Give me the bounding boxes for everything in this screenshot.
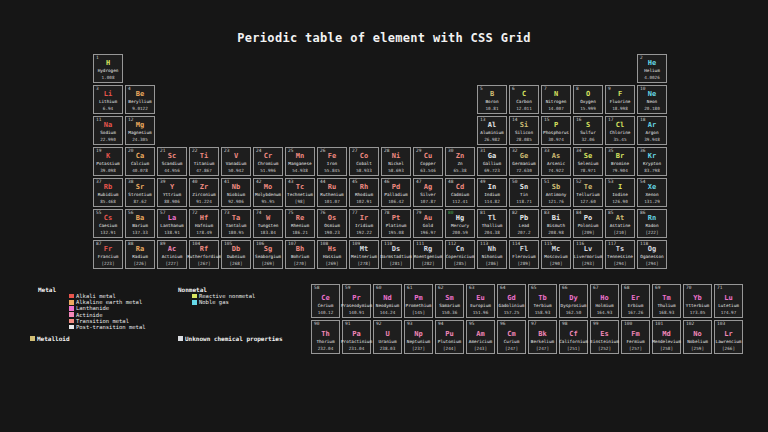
element-symbol: Hf — [200, 215, 208, 222]
element-symbol: Nb — [232, 184, 240, 191]
post-transition-swatch — [69, 325, 74, 330]
atomic-number: 31 — [480, 149, 485, 154]
legend: Metal Alkali metalAlkaline earth metalLa… — [30, 286, 300, 350]
element-symbol: Co — [360, 153, 368, 160]
element-symbol: Pm — [414, 295, 422, 302]
element-s: 16SSulfur32.06 — [573, 116, 603, 145]
element-symbol: Pr — [352, 295, 360, 302]
atomic-mass: 18.998 — [612, 107, 628, 111]
atomic-number: 24 — [256, 149, 261, 154]
atomic-mass: 144.24 — [380, 311, 396, 315]
element-nb: 41NbNiobium92.906 — [221, 178, 251, 207]
element-symbol: V — [234, 153, 238, 160]
element-name: Vanadium — [226, 162, 247, 166]
element-name: Livermorium — [574, 255, 602, 259]
element-sr: 38SrStrontium87.62 — [125, 178, 155, 207]
element-name: Meitnerium — [351, 255, 377, 259]
element-symbol: Mo — [264, 184, 272, 191]
element-sc: 21ScScandium44.956 — [157, 147, 187, 176]
element-pr: 59PrPraseodymium140.91 — [342, 284, 371, 318]
element-md: 101MdMendelevium[258] — [652, 320, 681, 354]
element-name: Nitrogen — [546, 100, 567, 104]
atomic-mass: 180.95 — [228, 231, 244, 235]
element-mg: 12MgMagnesium24.305 — [125, 116, 155, 145]
element-symbol: Ac — [168, 246, 176, 253]
element-symbol: Y — [170, 184, 174, 191]
element-tc: 43TcTechnetium[98] — [285, 178, 315, 207]
atomic-mass: 173.05 — [690, 311, 706, 315]
element-symbol: Rg — [424, 246, 432, 253]
atomic-mass: 238.03 — [380, 347, 396, 351]
atomic-number: 95 — [469, 322, 474, 327]
element-symbol: U — [385, 331, 389, 338]
element-name: Barium — [132, 224, 148, 228]
atomic-number: 46 — [384, 180, 389, 185]
lanthanide-actinide-grid: 58CeCerium140.1259PrPraseodymium140.9160… — [311, 284, 743, 354]
atomic-number: 113 — [480, 242, 488, 247]
atomic-mass: 40.078 — [132, 169, 148, 173]
atomic-mass: 167.26 — [628, 311, 644, 315]
element-name: Berkelium — [531, 340, 554, 344]
element-name: Copernicium — [446, 255, 474, 259]
element-symbol: Ne — [648, 91, 656, 98]
atomic-number: 94 — [438, 322, 443, 327]
atomic-number: 19 — [96, 149, 101, 154]
atomic-number: 67 — [593, 286, 598, 291]
atomic-mass: [247] — [505, 347, 518, 351]
atomic-mass: 151.96 — [473, 311, 489, 315]
element-fl: 114FlFlerovium[289] — [509, 240, 539, 269]
element-symbol: Kr — [648, 153, 656, 160]
element-sb: 51SbAntimony121.76 — [541, 178, 571, 207]
element-name: Xenon — [646, 193, 659, 197]
atomic-number: 30 — [448, 149, 453, 154]
atomic-number: 114 — [512, 242, 520, 247]
element-name: Arsenic — [547, 162, 565, 166]
legend-nonmetal-items: Reactive nonmetalNoble gas — [178, 293, 255, 305]
atomic-mass: 28.085 — [516, 138, 532, 142]
atomic-mass: 88.906 — [164, 200, 180, 204]
atomic-number: 33 — [544, 149, 549, 154]
element-fe: 26FeIron55.845 — [317, 147, 347, 176]
element-symbol: Be — [136, 91, 144, 98]
element-name: Holmium — [595, 304, 613, 308]
atomic-number: 55 — [96, 211, 101, 216]
element-symbol: Te — [584, 184, 592, 191]
element-symbol: Lv — [584, 246, 592, 253]
element-symbol: Ra — [136, 246, 144, 253]
element-hg: 80HgMercury200.59 — [445, 209, 475, 238]
element-name: Hydrogen — [98, 69, 119, 73]
atomic-number: 105 — [224, 242, 232, 247]
element-name: Osmium — [324, 224, 340, 228]
transition-swatch — [69, 319, 74, 324]
atomic-mass: [270] — [294, 262, 307, 266]
element-symbol: Cl — [616, 122, 624, 129]
atomic-mass: 112.41 — [452, 200, 468, 204]
atomic-mass: 32.06 — [582, 138, 595, 142]
element-symbol: Ge — [520, 153, 528, 160]
element-name: Gadolinium — [499, 304, 525, 308]
atomic-number: 56 — [128, 211, 133, 216]
atomic-mass: [252] — [598, 347, 611, 351]
atomic-number: 82 — [512, 211, 517, 216]
atomic-number: 10 — [640, 87, 645, 92]
atomic-number: 39 — [160, 180, 165, 185]
element-p: 15PPhosphorus30.974 — [541, 116, 571, 145]
element-name: Terbium — [533, 304, 551, 308]
element-symbol: Ts — [616, 246, 624, 253]
atomic-number: 1 — [96, 56, 99, 61]
element-name: Ruthenium — [320, 193, 343, 197]
atomic-number: 116 — [576, 242, 584, 247]
element-au: 79AuGold196.97 — [413, 209, 443, 238]
atomic-number: 71 — [717, 286, 722, 291]
element-symbol: Pa — [352, 331, 360, 338]
element-si: 14SiSilicon28.085 — [509, 116, 539, 145]
atomic-number: 48 — [448, 180, 453, 185]
element-symbol: Pd — [392, 184, 400, 191]
atomic-mass: 186.21 — [292, 231, 308, 235]
atomic-number: 75 — [288, 211, 293, 216]
element-name: Radium — [132, 255, 148, 259]
atomic-number: 81 — [480, 211, 485, 216]
element-name: Dubnium — [227, 255, 245, 259]
atomic-mass: [281] — [390, 262, 403, 266]
atomic-number: 89 — [160, 242, 165, 247]
